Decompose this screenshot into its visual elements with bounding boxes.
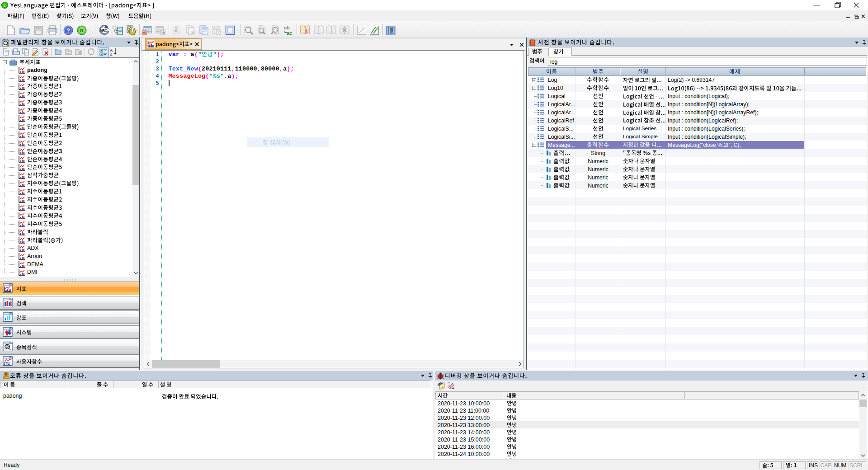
svg-text:f(x): f(x) xyxy=(4,361,10,366)
svg-text:?: ? xyxy=(66,27,70,34)
svg-text:*: * xyxy=(363,27,364,31)
svg-text:ABC: ABC xyxy=(99,28,107,33)
svg-text:ab: ab xyxy=(284,25,290,30)
svg-text:YL: YL xyxy=(80,29,84,33)
svg-text:ac: ac xyxy=(287,30,292,36)
svg-text:Z: Z xyxy=(110,52,113,56)
svg-text:YL: YL xyxy=(3,4,7,7)
